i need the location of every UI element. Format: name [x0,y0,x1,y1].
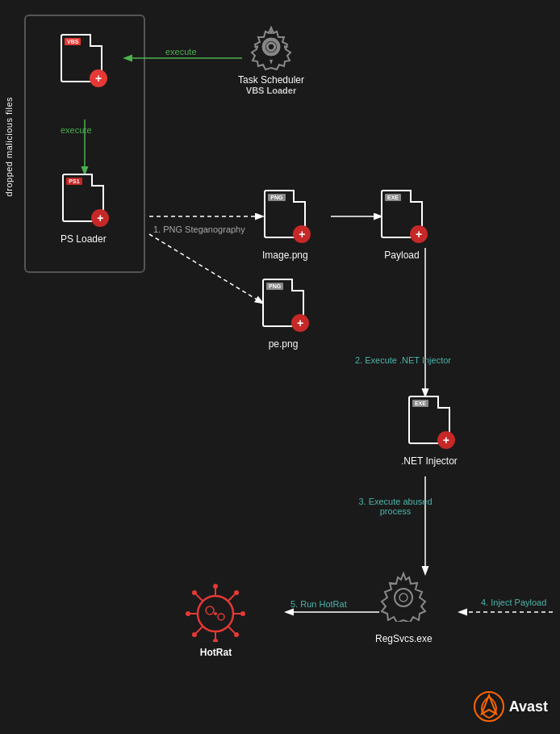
ps1-file: PS1 PS Loader [61,174,107,245]
vbs-file-card: VBS [61,34,102,82]
net-injector-card: EXE [408,396,450,444]
svg-line-25 [196,594,203,601]
vbs-file: VBS [61,34,102,82]
svg-line-29 [196,627,203,633]
image-png-badge [293,225,311,243]
svg-point-34 [218,614,224,620]
svg-point-26 [192,590,197,595]
svg-point-13 [268,44,274,50]
task-scheduler: Task Scheduler VBS Loader [238,23,304,95]
run-hotrat-label: 5. Run HotRat [290,599,347,609]
net-injector-file: EXE .NET Injector [401,396,458,467]
pe-png-tag: PNG [266,283,283,290]
net-injector-tag: EXE [412,400,428,407]
task-scheduler-label: Task Scheduler [238,74,304,86]
net-injector-label: .NET Injector [401,455,458,467]
svg-point-35 [214,612,217,615]
ps1-tag: PS1 [66,178,81,185]
payload-label: Payload [384,250,419,261]
svg-line-27 [228,594,235,601]
svg-point-20 [213,639,218,642]
hotrat-label: HotRat [186,647,246,658]
execute-abused-label: 3. Execute abused process [355,497,436,516]
svg-line-31 [228,627,235,633]
avast-logo: Avast [474,691,548,722]
ps1-file-card: PS1 [62,174,104,222]
task-scheduler-sublabel: VBS Loader [246,86,296,95]
pe-png-label: pe.png [269,338,299,350]
image-png-label: Image.png [262,250,308,261]
svg-point-22 [186,611,190,616]
execute-label-1: execute [165,47,197,57]
svg-point-18 [213,584,218,589]
png-steg-label: 1. PNG Steganography [153,224,245,234]
ps-loader-label: PS Loader [61,233,107,245]
inject-payload-label: 4. Inject Payload [481,598,546,607]
pe-png-card: PNG [262,279,304,327]
svg-line-5 [149,234,262,303]
pe-png-badge [291,314,309,332]
hotrat-virus: HotRat [186,581,246,658]
payload-file: EXE Payload [381,190,423,261]
execute-net-label: 2. Execute .NET Injector [355,355,451,365]
hotrat-svg [186,581,246,642]
svg-point-33 [206,606,214,614]
payload-file-card: EXE [381,190,423,238]
svg-point-15 [399,593,407,602]
vbs-tag: VBS [65,38,81,45]
svg-point-28 [234,590,239,595]
side-label: dropped malicious files [4,97,14,196]
avast-text: Avast [509,698,548,715]
svg-point-30 [192,632,197,637]
image-png-tag: PNG [268,194,285,201]
net-injector-badge [437,431,455,449]
execute-label-2: execute [61,125,92,135]
regsvcs: RegSvcs.exe [375,565,433,644]
payload-tag: EXE [385,194,401,201]
avast-icon [474,691,504,722]
svg-point-24 [240,611,245,616]
svg-point-32 [234,632,239,637]
gear-svg [247,23,295,71]
pe-png-file: PNG pe.png [262,279,304,350]
regsvcs-label: RegSvcs.exe [375,633,433,644]
image-png-file: PNG Image.png [262,190,308,261]
image-png-card: PNG [264,190,306,238]
regsvcs-svg [375,565,432,622]
vbs-badge [90,69,107,87]
payload-badge [410,225,428,243]
diagram-container: dropped malicious files [0,0,560,734]
